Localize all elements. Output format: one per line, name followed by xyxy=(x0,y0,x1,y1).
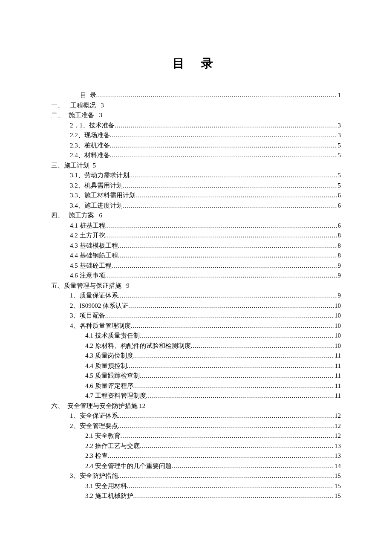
toc-entry: 2、安全管理要点12 xyxy=(51,421,341,431)
toc-label: 三、施工计划 5 xyxy=(51,161,96,171)
toc-page: 10 xyxy=(334,301,341,311)
leader-dots xyxy=(108,451,334,461)
leader-dots xyxy=(105,271,337,280)
leader-dots xyxy=(118,291,337,301)
toc-page: 11 xyxy=(334,371,341,381)
toc-entry: 2.4、材料准备5 xyxy=(51,150,341,160)
toc-entry: 3.2、机具需用计划5 xyxy=(51,181,341,191)
toc-entry: 4.6 质量评定程序11 xyxy=(51,381,341,391)
toc-page: 11 xyxy=(334,361,341,371)
toc-label: 2.2 操作工艺与交底 xyxy=(85,441,140,451)
toc-entry: 3.4、施工进度计划6 xyxy=(51,201,341,211)
toc-label: 3、安全防护措施 xyxy=(70,471,118,481)
toc-label: 4.5 基础砼工程 xyxy=(70,261,112,271)
toc-page: 11 xyxy=(334,351,341,361)
toc-page: 13 xyxy=(334,451,341,461)
table-of-contents: 目 录1一、 工程概况 3二、 施工准备 32．1、技术准备32.2、现场准备3… xyxy=(51,90,341,501)
toc-entry: 4.3 基础模板工程8 xyxy=(51,241,341,251)
toc-page: 10 xyxy=(334,331,341,341)
toc-page: 15 xyxy=(334,491,341,501)
toc-label: 4.4 基础钢筋工程 xyxy=(70,251,118,260)
toc-page: 10 xyxy=(334,321,341,331)
leader-dots xyxy=(129,171,337,180)
toc-label: 3.4、施工进度计划 xyxy=(70,201,123,211)
toc-label: 2.3、桩机准备 xyxy=(70,141,110,150)
toc-entry: 1、质量保证体系9 xyxy=(51,291,341,301)
toc-label: 2.3 检查 xyxy=(85,451,108,461)
leader-dots xyxy=(131,321,334,331)
toc-page: 8 xyxy=(337,231,341,240)
leader-dots xyxy=(127,481,334,491)
toc-entry: 3.3、施工材料需用计划6 xyxy=(51,191,341,200)
leader-dots xyxy=(133,491,334,501)
toc-page: 6 xyxy=(337,191,341,200)
leader-dots xyxy=(191,341,334,351)
toc-entry: 目 录1 xyxy=(51,90,341,100)
toc-page: 8 xyxy=(337,241,341,251)
toc-entry: 2.3、桩机准备5 xyxy=(51,141,341,150)
leader-dots xyxy=(105,311,334,321)
toc-label: 3.2 施工机械防护 xyxy=(85,491,133,501)
toc-entry: 4.7 工程资料管理制度11 xyxy=(51,391,341,401)
toc-label: 4.3 基础模板工程 xyxy=(70,241,118,251)
toc-entry: 四、 施工方案 6 xyxy=(51,211,341,220)
leader-dots xyxy=(123,201,337,211)
toc-label: 4.6 注意事项 xyxy=(70,271,105,280)
toc-page: 10 xyxy=(334,311,341,321)
toc-entry: 2.4 安全管理中的几个重要问题14 xyxy=(51,461,341,471)
toc-label: 4.2 土方开挖 xyxy=(70,231,105,240)
toc-entry: 4.1 桩基工程6 xyxy=(51,221,341,231)
toc-entry: 4、各种质量管理制度10 xyxy=(51,321,341,331)
toc-label: 4、各种质量管理制度 xyxy=(70,321,131,331)
leader-dots xyxy=(118,471,334,481)
toc-entry: 2.2、现场准备3 xyxy=(51,130,341,140)
leader-dots xyxy=(118,241,337,251)
leader-dots xyxy=(105,221,337,231)
toc-label: 4.1 技术质量责任制 xyxy=(85,331,140,341)
leader-dots xyxy=(140,331,334,341)
toc-label: 2.4、材料准备 xyxy=(70,150,110,160)
toc-entry: 3.1 安全用材料15 xyxy=(51,481,341,491)
toc-page: 6 xyxy=(337,201,341,211)
toc-page: 12 xyxy=(334,431,341,441)
toc-label: 2、IS09002 体系认证 xyxy=(70,301,128,311)
leader-dots xyxy=(133,381,334,391)
toc-entry: 二、 施工准备 3 xyxy=(51,110,341,120)
toc-label: 4.4 质量预控制 xyxy=(85,361,127,371)
toc-entry: 4.5 基础砼工程9 xyxy=(51,261,341,271)
toc-entry: 4.4 基础钢筋工程8 xyxy=(51,251,341,260)
toc-entry: 4.2 土方开挖8 xyxy=(51,231,341,240)
leader-dots xyxy=(118,411,334,421)
toc-label: 2．1、技术准备 xyxy=(70,121,115,130)
toc-entry: 4.4 质量预控制11 xyxy=(51,361,341,371)
toc-entry: 六、 安全管理与安全防护措施 12 xyxy=(51,401,341,411)
leader-dots xyxy=(127,361,334,371)
toc-label: 1、安全保证体系 xyxy=(70,411,118,421)
toc-label: 3.1 安全用材料 xyxy=(85,481,127,491)
toc-entry: 五、质量管理与保证措施 9 xyxy=(51,281,341,291)
toc-page: 8 xyxy=(337,251,341,260)
toc-page: 5 xyxy=(337,171,341,180)
toc-entry: 4.5 质量跟踪检查制11 xyxy=(51,371,341,381)
toc-page: 9 xyxy=(337,261,341,271)
toc-entry: 2.1 安全教育12 xyxy=(51,431,341,441)
toc-label: 一、 工程概况 3 xyxy=(51,101,104,110)
toc-label: 1、质量保证体系 xyxy=(70,291,118,301)
leader-dots xyxy=(135,191,337,200)
toc-label: 4.1 桩基工程 xyxy=(70,221,105,231)
toc-entry: 3.2 施工机械防护15 xyxy=(51,491,341,501)
toc-label: 4.3 质量岗位制度 xyxy=(85,351,133,361)
toc-label: 2.4 安全管理中的几个重要问题 xyxy=(85,461,172,471)
toc-page: 12 xyxy=(334,411,341,421)
toc-label: 2.2、现场准备 xyxy=(70,130,110,140)
toc-entry: 3、项目配备10 xyxy=(51,311,341,321)
toc-page: 9 xyxy=(337,291,341,301)
leader-dots xyxy=(121,431,334,441)
toc-page: 15 xyxy=(334,471,341,481)
toc-page: 14 xyxy=(334,461,341,471)
toc-entry: 4.3 质量岗位制度11 xyxy=(51,351,341,361)
toc-label: 4.2 原材料、构配件的试验和检测制度 xyxy=(85,341,191,351)
toc-entry: 3.1、劳动力需求计划5 xyxy=(51,171,341,180)
toc-page: 9 xyxy=(337,271,341,280)
leader-dots xyxy=(110,141,337,150)
